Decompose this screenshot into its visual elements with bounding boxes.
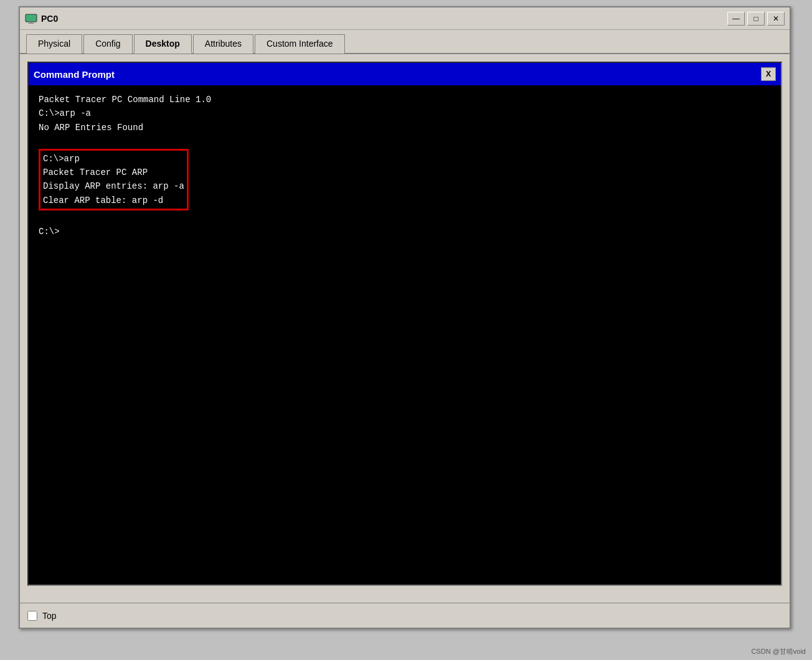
maximize-button[interactable]: □ bbox=[747, 12, 765, 26]
svg-rect-1 bbox=[29, 22, 33, 23]
tab-physical[interactable]: Physical bbox=[26, 34, 82, 54]
watermark: CSDN @甘啃void bbox=[751, 647, 806, 656]
command-prompt-window: Command Prompt X Packet Tracer PC Comman… bbox=[27, 62, 782, 586]
title-bar: PC0 — □ ✕ bbox=[20, 7, 790, 30]
cmd-body[interactable]: Packet Tracer PC Command Line 1.0 C:\>ar… bbox=[29, 85, 781, 585]
cmd-line-5: Packet Tracer PC ARP bbox=[43, 166, 184, 179]
cmd-line-1: C:\>arp -a bbox=[39, 106, 771, 120]
minimize-button[interactable]: — bbox=[727, 12, 745, 26]
tab-attributes[interactable]: Attributes bbox=[193, 34, 253, 54]
cmd-line-6: Display ARP entries: arp -a bbox=[43, 179, 184, 193]
title-bar-buttons: — □ ✕ bbox=[727, 12, 785, 26]
top-label: Top bbox=[42, 611, 57, 621]
svg-point-3 bbox=[31, 16, 32, 17]
cmd-line-8 bbox=[39, 210, 771, 224]
window-title: PC0 bbox=[41, 14, 58, 24]
bottom-bar: Top bbox=[20, 603, 790, 628]
title-bar-left: PC0 bbox=[25, 12, 58, 25]
tab-bar: Physical Config Desktop Attributes Custo… bbox=[20, 30, 790, 54]
tab-config[interactable]: Config bbox=[83, 34, 132, 54]
cmd-line-0: Packet Tracer PC Command Line 1.0 bbox=[39, 93, 771, 106]
svg-rect-0 bbox=[26, 14, 37, 22]
cmd-line-2: No ARP Entries Found bbox=[39, 121, 771, 134]
cmd-close-button[interactable]: X bbox=[761, 67, 776, 81]
svg-rect-2 bbox=[28, 23, 34, 24]
tab-custom-interface[interactable]: Custom Interface bbox=[255, 34, 345, 54]
cmd-line-4: C:\>arp bbox=[43, 152, 184, 166]
close-button[interactable]: ✕ bbox=[767, 12, 785, 26]
cmd-title-text: Command Prompt bbox=[34, 69, 115, 80]
cmd-line-3 bbox=[39, 134, 771, 148]
tab-desktop[interactable]: Desktop bbox=[134, 34, 192, 54]
top-checkbox[interactable] bbox=[27, 611, 37, 621]
content-area: Command Prompt X Packet Tracer PC Comman… bbox=[20, 54, 790, 593]
cmd-title-bar: Command Prompt X bbox=[29, 63, 781, 85]
highlighted-block: C:\>arp Packet Tracer PC ARP Display ARP… bbox=[39, 149, 189, 211]
cmd-line-9: C:\> bbox=[39, 225, 771, 238]
cmd-line-7: Clear ARP table: arp -d bbox=[43, 194, 184, 207]
pc-icon bbox=[25, 12, 37, 25]
main-window: PC0 — □ ✕ Physical Config Desktop Attrib… bbox=[19, 6, 791, 629]
